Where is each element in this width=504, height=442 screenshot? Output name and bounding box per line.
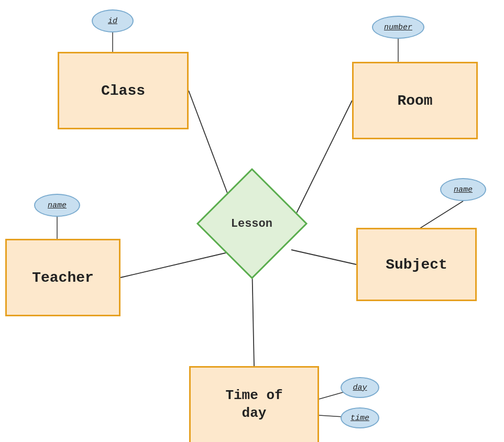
svg-line-1 [291, 101, 352, 224]
entity-timeofday: Time ofday [189, 366, 319, 442]
entity-room-label: Room [397, 93, 432, 109]
attribute-timeofday-time: time [341, 407, 379, 428]
relationship-lesson: Lesson [213, 184, 291, 263]
entity-room: Room [352, 62, 478, 139]
attribute-teacher-name: name [34, 194, 80, 217]
entity-teacher-label: Teacher [32, 270, 94, 286]
svg-line-3 [291, 250, 356, 264]
attribute-timeofday-day: day [341, 377, 379, 398]
entity-class: Class [58, 52, 189, 129]
entity-class-label: Class [101, 83, 145, 99]
attribute-class-id: id [92, 9, 134, 32]
attribute-room-number: number [372, 16, 424, 39]
entity-subject: Subject [356, 228, 477, 301]
relationship-lesson-label: Lesson [231, 217, 272, 230]
entity-subject-label: Subject [386, 257, 447, 273]
svg-line-8 [417, 201, 463, 230]
entity-teacher: Teacher [5, 239, 120, 316]
attribute-subject-name: name [440, 178, 486, 201]
entity-timeofday-label: Time ofday [225, 387, 282, 423]
